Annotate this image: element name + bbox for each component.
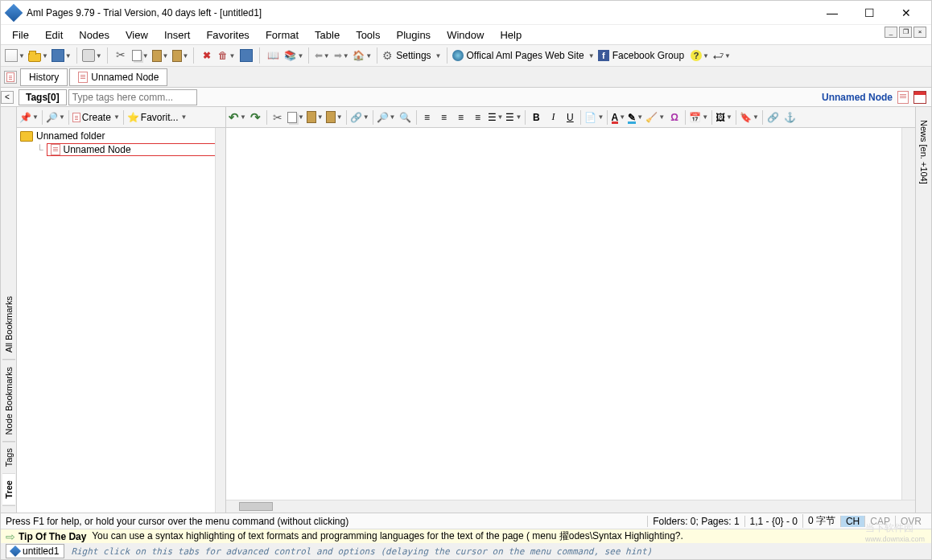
menu-help[interactable]: Help bbox=[492, 27, 530, 43]
forward-button[interactable]: ➡▼ bbox=[332, 47, 350, 64]
help-button[interactable]: ?▼ bbox=[690, 47, 710, 64]
list-ol-button[interactable]: ☰▼ bbox=[505, 109, 522, 126]
tags-prev[interactable]: < bbox=[1, 91, 14, 104]
mdi-restore[interactable]: ❐ bbox=[899, 27, 912, 38]
tree-create-button[interactable]: Create▼ bbox=[72, 109, 121, 126]
doc-hint: Right click on this tabs for advanced co… bbox=[71, 546, 652, 557]
underline-button[interactable]: U bbox=[562, 109, 578, 126]
settings-button[interactable]: ⚙Settings▼ bbox=[381, 47, 442, 64]
menu-nodes[interactable]: Nodes bbox=[71, 27, 118, 43]
copy-button[interactable]: ▼ bbox=[131, 47, 150, 64]
left-vertical-tabs: All Bookmarks Node Bookmarks Tags Tree bbox=[1, 107, 17, 513]
app-icon bbox=[5, 3, 23, 22]
menu-favorites[interactable]: Favorites bbox=[198, 27, 257, 43]
tab-current-node[interactable]: Unnamed Node bbox=[69, 68, 167, 86]
highlight-button[interactable]: ✎▼ bbox=[627, 109, 644, 126]
anchor-button[interactable]: ⚓ bbox=[782, 109, 798, 126]
menu-window[interactable]: Window bbox=[439, 27, 492, 43]
find-button[interactable]: 🔎▼ bbox=[376, 109, 397, 126]
tree-favorite-button[interactable]: ⭐Favorit...▼ bbox=[126, 109, 188, 126]
ed-paste-button[interactable]: ▼ bbox=[306, 109, 324, 126]
facebook-button[interactable]: fFacebook Group bbox=[597, 47, 688, 64]
tree-node-selected[interactable]: └ Unnamed Node bbox=[19, 142, 224, 157]
goto-button[interactable]: 🔍 bbox=[398, 109, 414, 126]
home-button[interactable]: 🏠▼ bbox=[352, 47, 373, 64]
vtab-node-bookmarks[interactable]: Node Bookmarks bbox=[2, 360, 15, 442]
tree-folder[interactable]: Unnamed folder bbox=[19, 130, 224, 142]
align-right-button[interactable]: ≡ bbox=[453, 109, 469, 126]
tags-input[interactable] bbox=[68, 89, 197, 105]
italic-button[interactable]: I bbox=[545, 109, 561, 126]
horizontal-scrollbar[interactable] bbox=[226, 500, 915, 513]
link-button[interactable]: 🔗▼ bbox=[349, 109, 370, 126]
minimize-button[interactable]: — bbox=[814, 1, 851, 25]
ed-cut-button[interactable]: ✂ bbox=[270, 109, 286, 126]
vtab-tree[interactable]: Tree bbox=[2, 474, 15, 506]
tree-folder-label: Unnamed folder bbox=[36, 130, 105, 142]
print-button[interactable]: ▼ bbox=[81, 47, 103, 64]
bold-button[interactable]: B bbox=[528, 109, 544, 126]
website-button[interactable]: Offical Aml Pages Web Site▼ bbox=[452, 47, 596, 64]
menu-format[interactable]: Format bbox=[258, 27, 307, 43]
menu-table[interactable]: Table bbox=[307, 27, 348, 43]
tree-panel: 📌▼ 🔎▼ Create▼ ⭐Favorit...▼ Unnamed folde… bbox=[17, 107, 226, 513]
align-center-button[interactable]: ≡ bbox=[436, 109, 452, 126]
menu-insert[interactable]: Insert bbox=[156, 27, 199, 43]
tree-view[interactable]: Unnamed folder └ Unnamed Node bbox=[17, 128, 225, 513]
save-disk-button[interactable] bbox=[237, 47, 255, 64]
editor-area[interactable] bbox=[226, 128, 915, 500]
bookmark-button[interactable]: 🔖▼ bbox=[739, 109, 760, 126]
mdi-close[interactable]: × bbox=[913, 27, 926, 38]
mdi-minimize[interactable]: _ bbox=[885, 27, 897, 38]
eraser-button[interactable]: 🧹▼ bbox=[645, 109, 666, 126]
book-list-button[interactable]: 📚▼ bbox=[283, 47, 304, 64]
cut-button[interactable]: ✂ bbox=[112, 47, 130, 64]
paste-button[interactable]: ▼ bbox=[151, 47, 170, 64]
menu-plugins[interactable]: Plugins bbox=[388, 27, 439, 43]
tags-bar: < Tags[0] Unnamed Node bbox=[1, 88, 931, 107]
back-button[interactable]: ⬅▼ bbox=[313, 47, 331, 64]
vtab-news[interactable]: News [en. +104] bbox=[918, 113, 930, 191]
status-bar: Press F1 for help, or hold your cursor o… bbox=[1, 513, 931, 529]
image-button[interactable]: 🖼▼ bbox=[715, 109, 733, 126]
paste-arrow-button[interactable]: ▼ bbox=[171, 47, 190, 64]
vtab-all-bookmarks[interactable]: All Bookmarks bbox=[2, 290, 15, 360]
font-color-button[interactable]: A▼ bbox=[610, 109, 626, 126]
menu-edit[interactable]: Edit bbox=[37, 27, 71, 43]
tab-history[interactable]: History bbox=[20, 68, 68, 86]
style-button[interactable]: 📄▼ bbox=[584, 109, 604, 126]
tags-count-button[interactable]: Tags[0] bbox=[19, 89, 67, 105]
document-tabs: History Unnamed Node bbox=[1, 67, 931, 88]
date-button[interactable]: 📅▼ bbox=[688, 109, 709, 126]
status-ch[interactable]: CH bbox=[840, 516, 864, 527]
vtab-tags[interactable]: Tags bbox=[2, 442, 15, 474]
open-button[interactable]: ▼ bbox=[27, 47, 49, 64]
enter-button[interactable]: ⮐▼ bbox=[711, 47, 732, 64]
undo-button[interactable]: ↶▼ bbox=[228, 109, 247, 126]
menu-tools[interactable]: Tools bbox=[348, 27, 388, 43]
ed-copy-button[interactable]: ▼ bbox=[287, 109, 305, 126]
hyperlink-button[interactable]: 🔗 bbox=[765, 109, 781, 126]
tab-page-icon[interactable] bbox=[4, 71, 17, 84]
menu-view[interactable]: View bbox=[118, 27, 156, 43]
trash-button[interactable]: 🗑▼ bbox=[217, 47, 236, 64]
menu-file[interactable]: File bbox=[4, 27, 37, 43]
tree-find-button[interactable]: 🔎▼ bbox=[45, 109, 66, 126]
calendar-icon[interactable] bbox=[913, 91, 926, 104]
delete-button[interactable]: ✖ bbox=[198, 47, 216, 64]
new-button[interactable]: ▼ bbox=[4, 47, 26, 64]
list-ul-button[interactable]: ☰▼ bbox=[487, 109, 505, 126]
close-button[interactable]: ✕ bbox=[888, 1, 925, 25]
align-left-button[interactable]: ≡ bbox=[419, 109, 435, 126]
tree-pin-button[interactable]: 📌▼ bbox=[19, 109, 39, 126]
redo-button[interactable]: ↷ bbox=[248, 109, 264, 126]
align-justify-button[interactable]: ≡ bbox=[470, 109, 486, 126]
ed-paste2-button[interactable]: ▼ bbox=[325, 109, 344, 126]
save-button[interactable]: ▼ bbox=[51, 47, 72, 64]
node-title-label: Unnamed Node bbox=[822, 91, 931, 104]
doc-tab-untitled[interactable]: untitled1 bbox=[6, 544, 64, 558]
book-button[interactable]: 📖 bbox=[264, 47, 282, 64]
editor-toolbar: ↶▼ ↷ ✂ ▼ ▼ ▼ 🔗▼ 🔎▼ 🔍 ≡ ≡ ≡ ≡ ☰▼ ☰▼ B I U… bbox=[226, 107, 915, 128]
maximize-button[interactable]: ☐ bbox=[851, 1, 888, 25]
char-button[interactable]: Ω bbox=[666, 109, 683, 126]
